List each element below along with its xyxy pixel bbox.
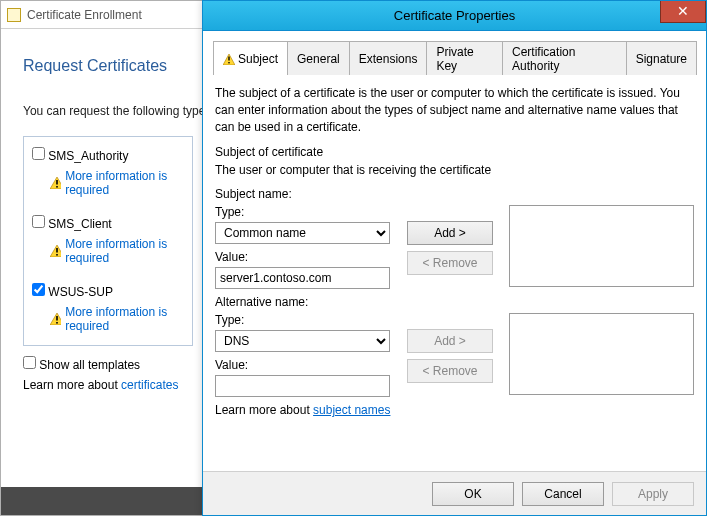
dialog-title: Certificate Properties — [203, 8, 706, 23]
learn-more-link[interactable]: certificates — [121, 378, 178, 392]
template-item-wsus-sup: WSUS-SUP More information is required — [32, 283, 184, 333]
tab-signature[interactable]: Signature — [626, 41, 697, 76]
template-checkbox-wsus-sup[interactable] — [32, 283, 45, 296]
learn-more-row: Learn more about subject names — [215, 403, 694, 417]
template-checkbox-sms-authority[interactable] — [32, 147, 45, 160]
tab-label: General — [297, 52, 340, 66]
svg-rect-10 — [228, 56, 229, 60]
dialog-titlebar[interactable]: Certificate Properties ✕ — [203, 1, 706, 31]
subject-cert-desc: The user or computer that is receiving t… — [215, 163, 694, 177]
template-checkbox-sms-client[interactable] — [32, 215, 45, 228]
tab-row: Subject General Extensions Private Key C… — [203, 31, 706, 76]
subject-type-label: Type: — [215, 205, 395, 219]
learn-more-link[interactable]: subject names — [313, 403, 390, 417]
alt-value-label: Value: — [215, 358, 395, 372]
more-info-link[interactable]: More information is required — [65, 237, 184, 265]
tab-extensions[interactable]: Extensions — [349, 41, 428, 76]
warning-icon — [50, 245, 61, 257]
subject-value-label: Value: — [215, 250, 395, 264]
subject-add-button[interactable]: Add > — [407, 221, 493, 245]
tab-private-key[interactable]: Private Key — [426, 41, 503, 76]
subject-name-label: Subject name: — [215, 187, 694, 201]
show-all-label: Show all templates — [39, 358, 140, 372]
alt-name-label: Alternative name: — [215, 295, 694, 309]
alt-add-button[interactable]: Add > — [407, 329, 493, 353]
subject-name-section: Type: Common name Value: Add > < Remove — [215, 205, 694, 289]
template-item-sms-authority: SMS_Authority More information is requir… — [32, 147, 184, 197]
tab-label: Subject — [238, 52, 278, 66]
cancel-button[interactable]: Cancel — [522, 482, 604, 506]
svg-rect-2 — [56, 186, 58, 188]
template-label: WSUS-SUP — [48, 285, 113, 299]
warning-icon — [50, 313, 61, 325]
template-label: SMS_Authority — [48, 149, 128, 163]
svg-rect-7 — [56, 316, 58, 321]
warning-icon — [223, 54, 235, 65]
subject-type-select[interactable]: Common name — [215, 222, 390, 244]
alt-type-select[interactable]: DNS — [215, 330, 390, 352]
tab-label: Private Key — [436, 45, 493, 73]
ok-button[interactable]: OK — [432, 482, 514, 506]
template-label: SMS_Client — [48, 217, 111, 231]
show-all-checkbox[interactable] — [23, 356, 36, 369]
alt-type-label: Type: — [215, 313, 395, 327]
template-item-sms-client: SMS_Client More information is required — [32, 215, 184, 265]
svg-rect-11 — [228, 62, 229, 63]
alt-name-listbox[interactable] — [509, 313, 694, 395]
dialog-button-row: OK Cancel Apply — [203, 471, 706, 515]
tab-label: Extensions — [359, 52, 418, 66]
tab-cert-authority[interactable]: Certification Authority — [502, 41, 627, 76]
svg-rect-1 — [56, 180, 58, 185]
tab-general[interactable]: General — [287, 41, 350, 76]
wizard-window-title: Certificate Enrollment — [27, 8, 142, 22]
svg-rect-4 — [56, 248, 58, 253]
svg-rect-5 — [56, 254, 58, 256]
subject-remove-button[interactable]: < Remove — [407, 251, 493, 275]
template-list: SMS_Authority More information is requir… — [23, 136, 193, 346]
dialog-body: The subject of a certificate is the user… — [203, 75, 706, 471]
tab-label: Signature — [636, 52, 687, 66]
subject-value-input[interactable] — [215, 267, 390, 289]
alt-value-input[interactable] — [215, 375, 390, 397]
tab-subject[interactable]: Subject — [213, 41, 288, 76]
svg-marker-0 — [50, 177, 61, 189]
tab-label: Certification Authority — [512, 45, 617, 73]
warning-icon — [50, 177, 61, 189]
svg-rect-8 — [56, 322, 58, 324]
more-info-link[interactable]: More information is required — [65, 169, 184, 197]
subject-name-listbox[interactable] — [509, 205, 694, 287]
learn-more-text: Learn more about — [215, 403, 310, 417]
subject-cert-title: Subject of certificate — [215, 145, 694, 159]
intro-text: The subject of a certificate is the user… — [215, 85, 694, 135]
svg-marker-6 — [50, 313, 61, 325]
alt-name-section: Type: DNS Value: Add > < Remove — [215, 313, 694, 397]
svg-marker-3 — [50, 245, 61, 257]
apply-button[interactable]: Apply — [612, 482, 694, 506]
certificate-icon — [7, 8, 21, 22]
learn-more-text: Learn more about — [23, 378, 118, 392]
alt-remove-button[interactable]: < Remove — [407, 359, 493, 383]
certificate-properties-dialog: Certificate Properties ✕ Subject General… — [202, 0, 707, 516]
close-button[interactable]: ✕ — [660, 1, 706, 23]
more-info-link[interactable]: More information is required — [65, 305, 184, 333]
